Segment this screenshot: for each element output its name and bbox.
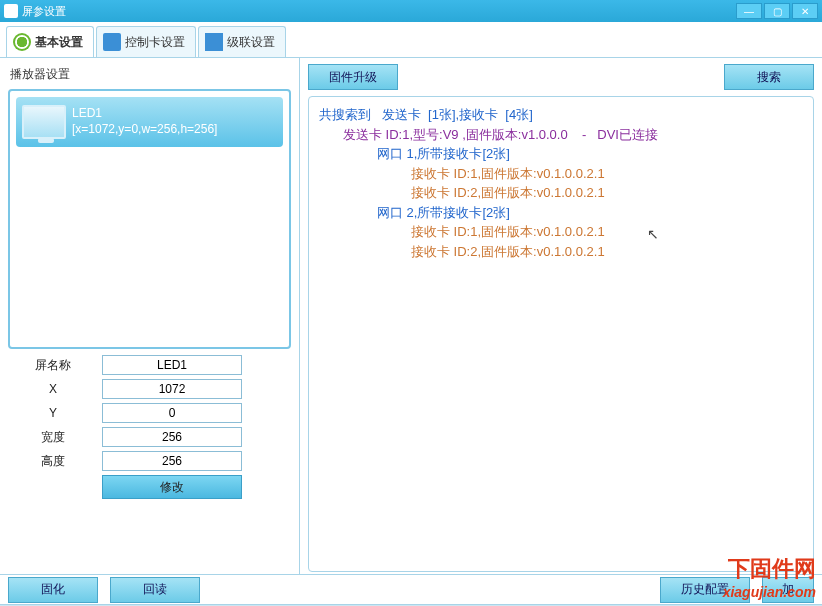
titlebar: 屏参设置 — ▢ ✕ — [0, 0, 822, 22]
readback-button[interactable]: 回读 — [110, 577, 200, 603]
monitor-icon — [22, 105, 66, 139]
label-height: 高度 — [8, 453, 98, 470]
tab-basic[interactable]: 基本设置 — [6, 26, 94, 57]
left-panel: 播放器设置 LED1 [x=1072,y=0,w=256,h=256] 屏名称 … — [0, 58, 300, 574]
right-toolbar: 固件升级 搜索 — [308, 64, 814, 90]
tree-p2-recv1[interactable]: 接收卡 ID:1,固件版本:v0.1.0.0.2.1 — [411, 222, 803, 242]
screen-coords: [x=1072,y=0,w=256,h=256] — [72, 122, 217, 138]
card-icon — [103, 33, 121, 51]
search-button[interactable]: 搜索 — [724, 64, 814, 90]
main-area: 播放器设置 LED1 [x=1072,y=0,w=256,h=256] 屏名称 … — [0, 58, 822, 574]
solidify-button[interactable]: 固化 — [8, 577, 98, 603]
tab-controller[interactable]: 控制卡设置 — [96, 26, 196, 57]
screen-item-led1[interactable]: LED1 [x=1072,y=0,w=256,h=256] — [16, 97, 283, 147]
screen-info: LED1 [x=1072,y=0,w=256,h=256] — [72, 106, 217, 137]
tab-cascade-label: 级联设置 — [227, 34, 275, 51]
bottom-bar: 固化 回读 历史配置 加 — [0, 574, 822, 604]
label-y: Y — [8, 406, 98, 420]
tree-p2-recv2[interactable]: 接收卡 ID:2,固件版本:v0.1.0.0.2.1 — [411, 242, 803, 262]
input-width[interactable] — [102, 427, 242, 447]
app-icon — [4, 4, 18, 18]
section-label: 播放器设置 — [10, 66, 291, 83]
tab-basic-label: 基本设置 — [35, 34, 83, 51]
add-button[interactable]: 加 — [762, 577, 814, 603]
tree-p1-recv1[interactable]: 接收卡 ID:1,固件版本:v0.1.0.0.2.1 — [411, 164, 803, 184]
label-x: X — [8, 382, 98, 396]
grid-icon — [205, 33, 223, 51]
screen-name: LED1 — [72, 106, 217, 122]
label-screen-name: 屏名称 — [8, 357, 98, 374]
gear-icon — [13, 33, 31, 51]
tree-sender[interactable]: 发送卡 ID:1,型号:V9 ,固件版本:v1.0.0.0 - DVI已连接 — [343, 125, 803, 145]
property-grid: 屏名称 X Y 宽度 高度 修改 — [8, 355, 291, 499]
tab-controller-label: 控制卡设置 — [125, 34, 185, 51]
input-screen-name[interactable] — [102, 355, 242, 375]
right-panel: 固件升级 搜索 共搜索到 发送卡 [1张],接收卡 [4张] 发送卡 ID:1,… — [300, 58, 822, 574]
tree-summary: 共搜索到 发送卡 [1张],接收卡 [4张] — [319, 105, 803, 125]
close-button[interactable]: ✕ — [792, 3, 818, 19]
input-x[interactable] — [102, 379, 242, 399]
tab-bar: 基本设置 控制卡设置 级联设置 — [0, 22, 822, 58]
modify-button[interactable]: 修改 — [102, 475, 242, 499]
maximize-button[interactable]: ▢ — [764, 3, 790, 19]
screen-list: LED1 [x=1072,y=0,w=256,h=256] — [8, 89, 291, 349]
device-tree: 共搜索到 发送卡 [1张],接收卡 [4张] 发送卡 ID:1,型号:V9 ,固… — [308, 96, 814, 572]
history-config-button[interactable]: 历史配置 — [660, 577, 750, 603]
minimize-button[interactable]: — — [736, 3, 762, 19]
firmware-upgrade-button[interactable]: 固件升级 — [308, 64, 398, 90]
window-title: 屏参设置 — [22, 4, 66, 19]
tree-port2[interactable]: 网口 2,所带接收卡[2张] — [377, 203, 803, 223]
input-height[interactable] — [102, 451, 242, 471]
tree-port1[interactable]: 网口 1,所带接收卡[2张] — [377, 144, 803, 164]
label-width: 宽度 — [8, 429, 98, 446]
tree-p1-recv2[interactable]: 接收卡 ID:2,固件版本:v0.1.0.0.2.1 — [411, 183, 803, 203]
tab-cascade[interactable]: 级联设置 — [198, 26, 286, 57]
input-y[interactable] — [102, 403, 242, 423]
